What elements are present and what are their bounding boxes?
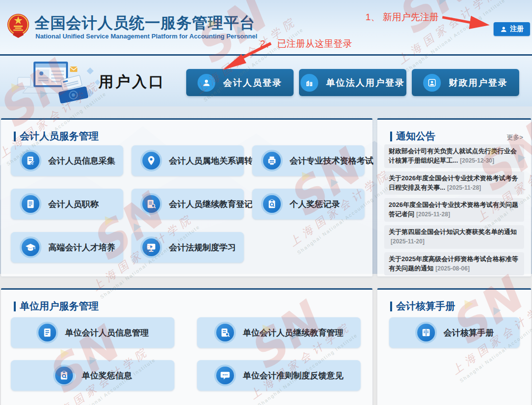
- exam-printer-icon: [261, 150, 283, 171]
- building-icon: [300, 74, 318, 92]
- service-label: 单位会计人员继续教育管理: [243, 327, 343, 338]
- personal-services-card: 会计人员服务管理 会计人员信息采集 会计人员属地关系调转 会计专: [1, 118, 372, 276]
- register-button[interactable]: 注册: [494, 22, 530, 36]
- finance-user-login-button[interactable]: 财政用户登录: [412, 69, 519, 96]
- annotation-register-first: 1、 新用户先注册: [366, 11, 439, 24]
- service-label: 会计核算手册: [444, 327, 494, 338]
- page-subtitle: National Unified Service Management Plat…: [35, 33, 257, 40]
- service-region-transfer[interactable]: 会计人员属地关系调转: [132, 145, 244, 176]
- accounting-manual-title: 会计核算手册: [390, 300, 455, 313]
- arrow-to-login-icon: [216, 41, 275, 72]
- unit-services-title: 单位用户服务管理: [14, 300, 99, 313]
- page-title: 全国会计人员统一服务管理平台: [34, 13, 255, 34]
- laptop-illustration: [14, 58, 107, 106]
- notice-item[interactable]: 关于第四届全国会计知识大赛获奖名单的通知[2025-11-20]: [384, 225, 524, 249]
- finance-user-login-label: 财政用户登录: [449, 77, 508, 89]
- service-talent-training[interactable]: 高端会计人才培养: [11, 232, 123, 263]
- page: 全国会计人员统一服务管理平台 National Unified Service …: [0, 0, 532, 405]
- service-label: 会计专业技术资格考试: [290, 155, 373, 167]
- service-unit-info-management[interactable]: 单位会计人员信息管理: [11, 317, 174, 348]
- video-learning-icon: [140, 236, 162, 258]
- service-unit-continuing-education[interactable]: 单位会计人员继续教育管理: [197, 317, 361, 348]
- accountant-login-label: 会计人员登录: [223, 77, 282, 89]
- unit-legal-login-button[interactable]: 单位法人用户登录: [299, 69, 406, 96]
- service-label: 会计人员继续教育登记: [169, 199, 253, 210]
- chat-bubble-icon: [214, 365, 236, 386]
- service-qualification-exam[interactable]: 会计专业技术资格考试: [252, 145, 365, 176]
- service-label: 会计法规制度学习: [169, 242, 236, 253]
- notice-item[interactable]: 关于2025年度高级会计师资格考试合格标准等有关问题的通知[2025-08-06…: [384, 252, 524, 276]
- doc-icon: [36, 322, 58, 343]
- book-icon: [415, 322, 437, 343]
- notices-title: 通知公告: [390, 130, 435, 143]
- arrow-to-register-icon: [441, 13, 493, 33]
- service-label: 会计人员职称: [48, 199, 99, 210]
- notice-date: [2025-11-20]: [391, 238, 425, 245]
- service-professional-title[interactable]: 会计人员职称: [11, 189, 123, 219]
- service-accounting-manual[interactable]: 会计核算手册: [389, 317, 520, 348]
- notice-date: [2025-11-28]: [447, 184, 481, 191]
- service-unit-feedback[interactable]: 单位会计准则制度反馈意见: [197, 360, 361, 391]
- doc-search-icon: [140, 193, 162, 215]
- user-icon: [500, 26, 507, 33]
- accounting-manual-card: 会计核算手册 会计核算手册: [377, 288, 531, 405]
- notice-date: [2025-12-30]: [460, 157, 494, 164]
- notice-list: 财政部会计司有关负责人就试点先行类行业会计核算手册组织起草工...[2025-1…: [384, 144, 524, 279]
- national-emblem-icon: [6, 12, 31, 40]
- service-label: 个人奖惩记录: [290, 199, 340, 210]
- service-label: 单位会计准则制度反馈意见: [243, 370, 343, 381]
- clipboard-search-icon: [261, 193, 283, 215]
- service-personal-rewards[interactable]: 个人奖惩记录: [252, 189, 365, 219]
- service-label: 会计人员信息采集: [48, 155, 115, 167]
- doc-edit-icon: [20, 150, 41, 171]
- graduation-cap-icon: [20, 236, 41, 258]
- accountant-login-button[interactable]: 会计人员登录: [186, 69, 294, 96]
- register-button-label: 注册: [510, 25, 524, 34]
- service-unit-rewards[interactable]: 单位奖惩信息: [11, 360, 174, 391]
- location-pin-icon: [140, 150, 162, 171]
- unit-services-card: 单位用户服务管理 单位会计人员信息管理 单位会计人员继续教育管理: [1, 288, 372, 405]
- doc-search-icon: [214, 322, 236, 343]
- notice-item[interactable]: 关于2026年度全国会计专业技术资格考试考务日程安排及有关事...[2025-1…: [384, 171, 524, 195]
- service-label: 会计人员属地关系调转: [169, 155, 253, 167]
- banner-title: 用户入口: [99, 72, 166, 92]
- doc-icon: [20, 193, 41, 215]
- user-icon: [198, 74, 215, 92]
- service-label: 单位会计人员信息管理: [65, 327, 149, 338]
- notice-text: 2026年度全国会计专业技术资格考试有关问题答记者问: [389, 201, 518, 218]
- notice-date: [2025-11-28]: [416, 211, 450, 218]
- unit-legal-login-label: 单位法人用户登录: [326, 77, 405, 89]
- clipboard-search-icon: [53, 365, 75, 386]
- notices-card: 通知公告 更多> 财政部会计司有关负责人就试点先行类行业会计核算手册组织起草工.…: [377, 118, 531, 276]
- notices-more-link[interactable]: 更多>: [506, 133, 523, 142]
- service-label: 单位奖惩信息: [82, 370, 132, 381]
- notice-item[interactable]: 2026年度全国会计专业技术资格考试有关问题答记者问[2025-11-28]: [384, 198, 524, 222]
- notice-text: 关于第四届全国会计知识大赛获奖名单的通知: [389, 228, 517, 236]
- notice-text: 财政部会计司有关负责人就试点先行类行业会计核算手册组织起草工...: [389, 147, 517, 164]
- notice-item[interactable]: 财政部会计司有关负责人就试点先行类行业会计核算手册组织起草工...[2025-1…: [384, 144, 524, 168]
- service-continuing-education[interactable]: 会计人员继续教育登记: [132, 189, 244, 219]
- notice-date: [2025-08-06]: [435, 265, 469, 272]
- personal-services-title: 会计人员服务管理: [14, 130, 99, 143]
- user-badge-icon: [423, 74, 441, 92]
- service-label: 高端会计人才培养: [48, 242, 115, 253]
- service-law-learning[interactable]: 会计法规制度学习: [132, 232, 244, 263]
- service-info-collection[interactable]: 会计人员信息采集: [11, 145, 123, 176]
